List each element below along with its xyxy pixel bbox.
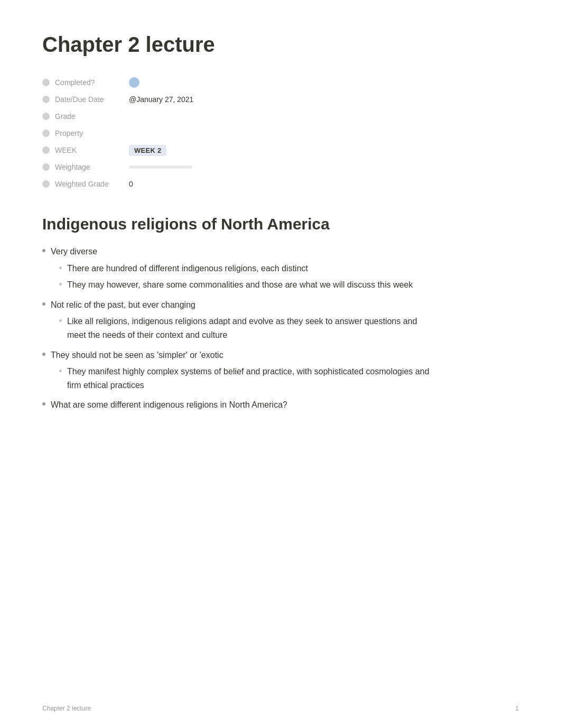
section-title-indigenous: Indigenous religions of North America: [42, 214, 433, 234]
sub-bullet-item-0-1: They may however, share some commonaliti…: [59, 278, 433, 292]
property-row-week[interactable]: WEEK WEEK 2: [42, 142, 433, 159]
page-footer: Chapter 2 lecture 1: [42, 705, 519, 712]
property-label-week: WEEK: [55, 146, 129, 154]
bullet-dot-2: [42, 353, 45, 356]
property-label-grade: Grade: [55, 112, 129, 121]
bullet-item-3: What are some different indigenous relig…: [42, 398, 433, 412]
sub-bullet-dot-0-0: [59, 266, 62, 269]
property-icon-completed: [42, 79, 50, 86]
property-value-completed: [129, 77, 139, 88]
property-label-property: Property: [55, 129, 129, 137]
property-icon-week: [42, 146, 50, 154]
footer-page: 1: [515, 705, 519, 712]
bullet-group-0: Very diverse There are hundred of differ…: [42, 245, 433, 292]
sub-bullet-text-0-0: There are hundred of different indigenou…: [67, 262, 308, 275]
bullet-item-1: Not relic of the past, but ever changing: [42, 298, 433, 312]
property-row-weighted-grade[interactable]: Weighted Grade 0: [42, 176, 433, 192]
sub-bullet-text-2-0: They manifest highly complex systems of …: [67, 365, 433, 392]
sub-bullet-dot-0-1: [59, 283, 62, 285]
property-row-property[interactable]: Property: [42, 125, 433, 142]
properties-section: Completed? Date/Due Date @January 27, 20…: [42, 74, 433, 192]
weightage-track: [129, 165, 192, 169]
property-value-weighted-grade: 0: [129, 180, 133, 188]
property-row-due-date[interactable]: Date/Due Date @January 27, 2021: [42, 91, 433, 108]
property-icon-weightage: [42, 163, 50, 171]
property-icon-weighted-grade: [42, 180, 50, 188]
bullet-group-1: Not relic of the past, but ever changing…: [42, 298, 433, 342]
property-icon-due-date: [42, 96, 50, 103]
footer-label: Chapter 2 lecture: [42, 705, 91, 712]
property-label-weighted-grade: Weighted Grade: [55, 180, 129, 188]
bullet-dot-0: [42, 249, 45, 252]
sub-bullet-text-0-1: They may however, share some commonaliti…: [67, 278, 413, 292]
bullet-text-1: Not relic of the past, but ever changing: [51, 298, 195, 312]
page-title: Chapter 2 lecture: [42, 32, 433, 57]
bullet-item-2: They should not be seen as 'simpler' or …: [42, 348, 433, 362]
property-row-grade[interactable]: Grade: [42, 108, 433, 125]
sub-bullet-item-2-0: They manifest highly complex systems of …: [59, 365, 433, 392]
sub-bullet-dot-2-0: [59, 370, 62, 372]
bullet-dot-1: [42, 302, 45, 306]
bullet-text-0: Very diverse: [51, 245, 97, 259]
property-label-weightage: Weightage: [55, 163, 129, 171]
bullet-group-3: What are some different indigenous relig…: [42, 398, 433, 412]
sub-bullet-item-1-0: Like all religions, indigenous religions…: [59, 315, 433, 342]
week-badge[interactable]: WEEK 2: [129, 145, 166, 156]
sub-bullet-text-1-0: Like all religions, indigenous religions…: [67, 315, 433, 342]
property-label-completed: Completed?: [55, 78, 129, 87]
property-row-weightage[interactable]: Weightage: [42, 159, 433, 176]
property-value-due-date: @January 27, 2021: [129, 95, 193, 104]
bullet-group-2: They should not be seen as 'simpler' or …: [42, 348, 433, 392]
property-label-due-date: Date/Due Date: [55, 95, 129, 104]
weightage-bar: [129, 165, 192, 169]
sub-bullet-item-0-0: There are hundred of different indigenou…: [59, 262, 433, 275]
property-icon-property: [42, 130, 50, 137]
bullet-text-2: They should not be seen as 'simpler' or …: [51, 348, 223, 362]
bullet-text-3: What are some different indigenous relig…: [51, 398, 287, 412]
sub-bullet-dot-1-0: [59, 319, 62, 322]
property-icon-grade: [42, 113, 50, 120]
content-section-indigenous: Indigenous religions of North America Ve…: [42, 214, 433, 412]
property-row-completed[interactable]: Completed?: [42, 74, 433, 91]
bullet-dot-3: [42, 402, 45, 406]
bullet-item-0: Very diverse: [42, 245, 433, 259]
